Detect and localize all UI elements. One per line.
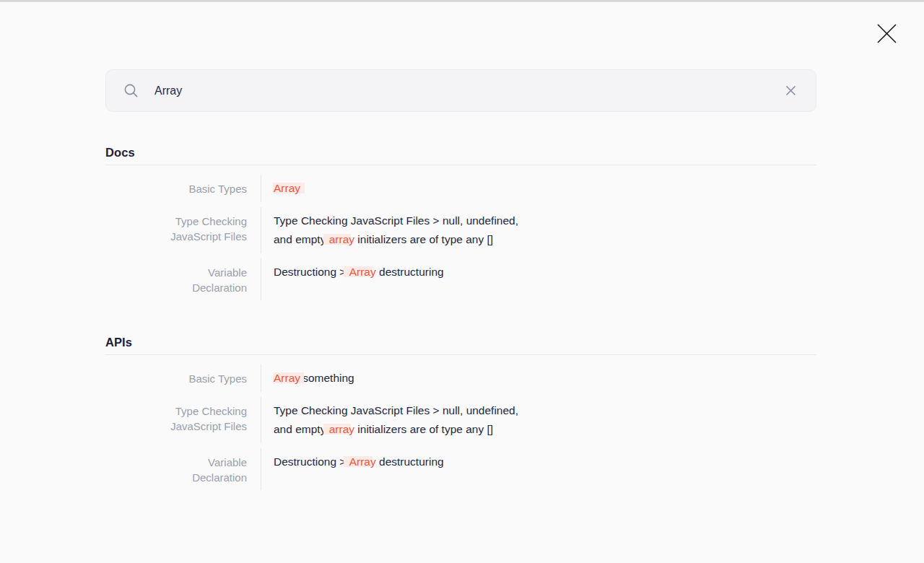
result-category-label: Type Checking JavaScript Files <box>159 402 247 434</box>
result-text-segment: Destructiong > <box>274 455 349 468</box>
result-text-segment: Destructiong > <box>274 266 349 278</box>
result-category-label: Basic Types <box>188 370 247 386</box>
result-category-cell: Type Checking JavaScript Files <box>105 207 261 253</box>
result-text-segment: Type Checking JavaScript Files > null, u… <box>274 404 518 416</box>
clear-icon <box>785 85 796 96</box>
section-title: APIs <box>105 336 816 349</box>
result-category-cell: Basic Types <box>105 175 261 202</box>
result-category-label: Variable Declaration <box>159 453 247 485</box>
search-results: Docs Basic Types Array Type Checking Jav… <box>105 146 816 490</box>
highlighted-match: Array <box>274 182 300 194</box>
result-text: Destructiong > Array destructuring <box>261 448 665 490</box>
search-bar <box>105 69 816 112</box>
result-text: Type Checking JavaScript Files > null, u… <box>261 207 665 253</box>
result-text-segment: and empty <box>274 423 329 435</box>
result-category-label: Type Checking JavaScript Files <box>159 212 247 244</box>
result-text-segment: .something <box>300 372 354 384</box>
result-category-label: Variable Declaration <box>159 263 247 295</box>
highlighted-match: array <box>329 423 354 435</box>
result-category-cell: Basic Types <box>105 365 261 392</box>
result-row[interactable]: Type Checking JavaScript Files Type Chec… <box>105 207 816 253</box>
result-text: Type Checking JavaScript Files > null, u… <box>261 397 665 443</box>
results-section: Docs Basic Types Array Type Checking Jav… <box>105 146 816 300</box>
result-text: Destructiong > Array destructuring <box>261 258 665 300</box>
section-rows: Basic Types Array.something Type Checkin… <box>105 365 816 490</box>
result-text-segment: initializers are of type any [] <box>354 233 493 245</box>
search-input[interactable] <box>154 84 781 97</box>
result-text-segment: initializers are of type any [] <box>354 423 493 435</box>
section-divider <box>105 165 816 165</box>
section-title: Docs <box>105 146 816 159</box>
window-top-border <box>0 0 924 2</box>
result-row[interactable]: Variable Declaration Destructiong > Arra… <box>105 258 816 300</box>
section-divider <box>105 354 816 355</box>
result-category-cell: Type Checking JavaScript Files <box>105 397 261 443</box>
clear-search-button[interactable] <box>781 82 800 100</box>
highlighted-match: array <box>329 233 354 245</box>
result-row[interactable]: Basic Types Array <box>105 175 816 202</box>
search-overlay: Docs Basic Types Array Type Checking Jav… <box>105 69 816 490</box>
section-rows: Basic Types Array Type Checking JavaScri… <box>105 175 816 300</box>
result-row[interactable]: Variable Declaration Destructiong > Arra… <box>105 448 816 490</box>
highlighted-match: Array <box>349 455 376 468</box>
result-text-segment: destructuring <box>376 455 444 468</box>
result-text-segment: and empty <box>274 233 329 245</box>
result-text: Array.something <box>261 365 665 392</box>
results-section: APIs Basic Types Array.something Type Ch… <box>105 336 816 490</box>
result-category-cell: Variable Declaration <box>105 448 261 490</box>
highlighted-match: Array <box>274 372 300 384</box>
result-text-segment: destructuring <box>376 266 444 278</box>
close-icon <box>876 22 898 45</box>
result-row[interactable]: Type Checking JavaScript Files Type Chec… <box>105 397 816 443</box>
result-text-segment: Type Checking JavaScript Files > null, u… <box>274 214 518 227</box>
close-button[interactable] <box>873 19 900 47</box>
search-icon <box>123 83 139 98</box>
result-category-label: Basic Types <box>188 180 247 196</box>
result-text: Array <box>261 175 665 202</box>
highlighted-match: Array <box>349 266 376 278</box>
result-row[interactable]: Basic Types Array.something <box>105 365 816 392</box>
result-category-cell: Variable Declaration <box>105 258 261 300</box>
